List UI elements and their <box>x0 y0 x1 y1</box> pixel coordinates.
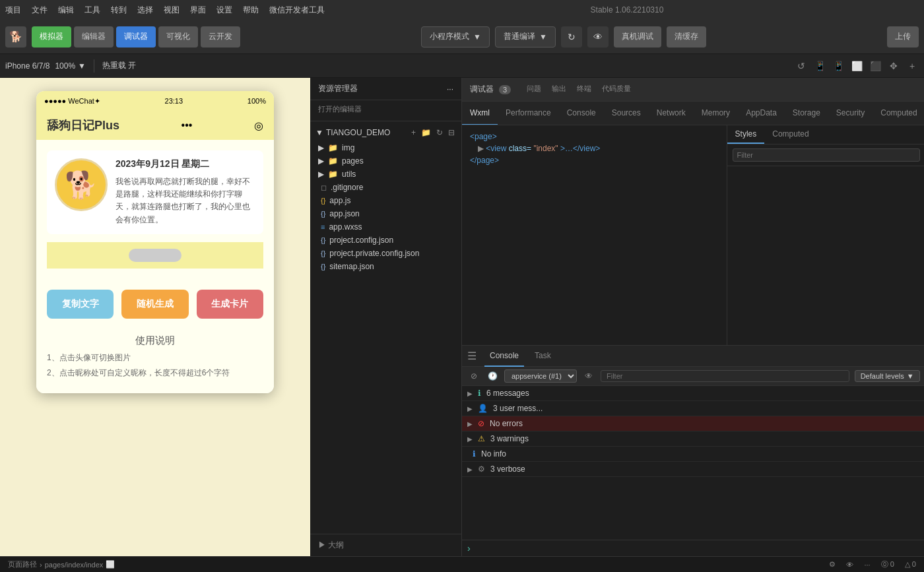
menu-item-view[interactable]: 视图 <box>164 5 180 16</box>
status-right: 100% <box>248 97 266 105</box>
cursor-icon[interactable]: ✥ <box>887 61 900 71</box>
console-item-no-errors[interactable]: ▶ ⊘ No errors <box>462 416 924 431</box>
copy-text-button[interactable]: 复制文字 <box>47 290 114 319</box>
tab-output[interactable]: 输出 <box>546 79 572 100</box>
tree-item-project-config[interactable]: {} project.config.json <box>310 234 461 247</box>
styles-tab-styles[interactable]: Styles <box>727 125 765 144</box>
new-folder-button[interactable]: 📁 <box>420 127 432 139</box>
tree-item-gitignore[interactable]: ◻ .gitignore <box>310 181 461 194</box>
menu-item-project[interactable]: 项目 <box>5 5 21 16</box>
tab-appdata[interactable]: AppData <box>738 102 785 125</box>
tab-code-quality[interactable]: 代码质量 <box>597 79 636 100</box>
refresh-button[interactable]: ↻ <box>561 26 582 48</box>
view-icon[interactable]: 👁 <box>846 561 853 569</box>
current-file[interactable]: pages/index/index <box>45 561 104 569</box>
tab-issues[interactable]: 问题 <box>521 79 546 100</box>
prompt-arrow: › <box>467 543 471 554</box>
tab-storage[interactable]: Storage <box>785 102 828 125</box>
menu-item-select[interactable]: 选择 <box>137 5 153 16</box>
xml-line-page-open[interactable]: <page> <box>467 131 721 143</box>
tree-item-pages[interactable]: ▶ 📁 pages <box>310 154 461 168</box>
console-item-warnings[interactable]: ▶ ⚠ 3 warnings <box>462 431 924 447</box>
xml-line-page-close[interactable]: </page> <box>467 154 721 166</box>
menu-item-edit[interactable]: 编辑 <box>58 5 74 16</box>
levels-dropdown[interactable]: Default levels ▼ <box>855 370 920 382</box>
tree-item-appjs[interactable]: {} app.js <box>310 194 461 207</box>
tab-security[interactable]: Security <box>828 102 873 125</box>
add-icon[interactable]: + <box>906 61 919 71</box>
clean-cache-button[interactable]: 清缓存 <box>667 26 706 48</box>
menu-item-wechat-devtools[interactable]: 微信开发者工具 <box>269 5 325 16</box>
slider-bar[interactable] <box>129 249 182 262</box>
breadcrumb: 页面路径 › pages/index/index ⬜ <box>8 559 115 569</box>
tab-terminal[interactable]: 终端 <box>572 79 597 100</box>
more-status-icon[interactable]: ··· <box>864 561 870 569</box>
tab-memory[interactable]: Memory <box>694 102 738 125</box>
styles-filter-input[interactable] <box>733 148 920 162</box>
rotate-icon[interactable]: ↺ <box>795 61 808 71</box>
tree-item-project-private[interactable]: {} project.private.config.json <box>310 247 461 260</box>
compile-mode-dropdown[interactable]: 普通编译 ▼ <box>495 26 556 48</box>
menu-item-settings[interactable]: 设置 <box>216 5 232 16</box>
console-prompt-input[interactable] <box>476 544 920 553</box>
console-eye-button[interactable]: 👁 <box>582 369 595 383</box>
service-selector[interactable]: appservice (#1) <box>504 369 577 383</box>
generate-card-button[interactable]: 生成卡片 <box>197 290 263 319</box>
debugger-button[interactable]: 调试器 <box>116 26 156 48</box>
editor-button[interactable]: 编辑器 <box>74 26 114 48</box>
explorer-more-icon[interactable]: ··· <box>447 84 453 94</box>
xml-line-view[interactable]: ▶ <view class= "index" >…</view> <box>467 143 721 154</box>
upload-button[interactable]: 上传 <box>887 26 919 48</box>
tab-sources[interactable]: Sources <box>604 102 649 125</box>
menu-item-help[interactable]: 帮助 <box>243 5 259 16</box>
menu-item-goto[interactable]: 转到 <box>111 5 127 16</box>
tree-item-img[interactable]: ▶ 📁 img <box>310 141 461 154</box>
console-filter-icon[interactable]: 🕐 <box>486 369 499 383</box>
tab-computed[interactable]: Computed <box>873 102 924 125</box>
menu-item-file[interactable]: 文件 <box>32 5 48 16</box>
real-device-button[interactable]: 真机调试 <box>614 26 661 48</box>
console-tab-task[interactable]: Task <box>529 346 556 367</box>
settings-icon[interactable]: ⚙ <box>829 560 836 569</box>
tree-item-sitemap[interactable]: {} sitemap.json <box>310 260 461 273</box>
phone-portrait-icon[interactable]: 📱 <box>813 61 826 71</box>
file-open-icon[interactable]: ⬜ <box>106 560 115 569</box>
simulator-button[interactable]: 模拟器 <box>32 26 71 48</box>
console-item-user-mess[interactable]: ▶ 👤 3 user mess... <box>462 401 924 416</box>
cloud-button[interactable]: 云开发 <box>201 26 240 48</box>
refresh-explorer-button[interactable]: ↻ <box>435 127 444 139</box>
project-header[interactable]: ▼ TIANGOU_DEMO + 📁 ↻ ⊟ <box>310 124 461 141</box>
console-item-messages[interactable]: ▶ ℹ 6 messages <box>462 386 924 401</box>
console-item-no-info[interactable]: ℹ No info <box>462 447 924 462</box>
console-filter-input[interactable] <box>601 370 849 382</box>
tab-network[interactable]: Network <box>649 102 694 125</box>
console-clear-button[interactable]: ⊘ <box>467 369 480 383</box>
menu-item-tools[interactable]: 工具 <box>84 5 100 16</box>
random-generate-button[interactable]: 随机生成 <box>121 290 188 319</box>
device-selector[interactable]: iPhone 6/7/8 100% ▼ <box>5 61 86 71</box>
phone-landscape-icon[interactable]: 📱 <box>832 61 845 71</box>
styles-tab-computed[interactable]: Computed <box>764 125 816 144</box>
tree-item-appjson[interactable]: {} app.json <box>310 207 461 220</box>
visualize-button[interactable]: 可视化 <box>158 26 198 48</box>
hot-reload-toggle[interactable]: 热重载 开 <box>102 60 136 71</box>
tree-item-utils[interactable]: ▶ 📁 utils <box>310 168 461 181</box>
tab-performance[interactable]: Performance <box>498 102 559 125</box>
mini-app-mode-dropdown[interactable]: 小程序模式 ▼ <box>421 26 490 48</box>
console-tab-console[interactable]: Console <box>484 346 524 367</box>
menu-item-interface[interactable]: 界面 <box>190 5 206 16</box>
console-item-verbose[interactable]: ▶ ⚙ 3 verbose <box>462 462 924 477</box>
phone-content: 🐕 2023年9月12日 星期二 我爸说再取网恋就打断我的腿，幸好不是路腿，这样… <box>36 140 274 279</box>
preview-button[interactable]: 👁 <box>587 26 609 48</box>
new-file-button[interactable]: + <box>410 127 417 139</box>
target-icon[interactable]: ◎ <box>254 119 263 132</box>
tab-console[interactable]: Console <box>559 102 604 125</box>
more-icon[interactable]: ••• <box>182 119 193 131</box>
console-menu-icon[interactable]: ☰ <box>467 350 477 362</box>
browser-icon[interactable]: ⬜ <box>850 61 863 71</box>
tree-item-appwxss[interactable]: ≡ app.wxss <box>310 220 461 234</box>
dog-avatar[interactable]: 🐕 <box>55 158 108 211</box>
split-icon[interactable]: ⬛ <box>869 61 882 71</box>
collapse-button[interactable]: ⊟ <box>447 127 456 139</box>
tab-wxml[interactable]: Wxml <box>462 102 498 125</box>
